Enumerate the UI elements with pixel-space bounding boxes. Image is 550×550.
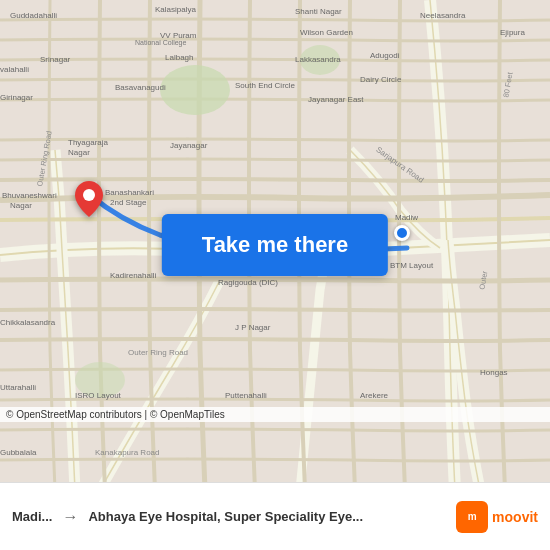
svg-text:Srinagar: Srinagar xyxy=(40,55,71,64)
svg-text:Shanti Nagar: Shanti Nagar xyxy=(295,7,342,16)
arrow-icon: → xyxy=(62,508,78,526)
svg-text:South End Circle: South End Circle xyxy=(235,81,296,90)
svg-text:Nagar: Nagar xyxy=(10,201,32,210)
svg-text:Jayanagar East: Jayanagar East xyxy=(308,95,364,104)
svg-text:Wilson Garden: Wilson Garden xyxy=(300,28,353,37)
svg-text:2nd Stage: 2nd Stage xyxy=(110,198,147,207)
svg-text:BTM Layout: BTM Layout xyxy=(390,261,434,270)
svg-text:Kadirenahalli: Kadirenahalli xyxy=(110,271,156,280)
svg-text:Hongas: Hongas xyxy=(480,368,508,377)
svg-text:Outer Ring Road: Outer Ring Road xyxy=(128,348,188,357)
svg-text:Arekere: Arekere xyxy=(360,391,389,400)
svg-text:Kalasipalya: Kalasipalya xyxy=(155,5,196,14)
destination-label: Abhaya Eye Hospital, Super Speciality Ey… xyxy=(88,509,446,524)
svg-text:Banashankari: Banashankari xyxy=(105,188,154,197)
bottom-bar: Madi... → Abhaya Eye Hospital, Super Spe… xyxy=(0,482,550,550)
svg-text:Lalbagh: Lalbagh xyxy=(165,53,193,62)
svg-text:Guddadahalli: Guddadahalli xyxy=(10,11,57,20)
svg-text:National College: National College xyxy=(135,39,186,47)
svg-text:Jayanagar: Jayanagar xyxy=(170,141,208,150)
svg-text:Adugodi: Adugodi xyxy=(370,51,400,60)
svg-text:Nagar: Nagar xyxy=(68,148,90,157)
svg-text:Basavanagudi: Basavanagudi xyxy=(115,83,166,92)
svg-text:Ejipura: Ejipura xyxy=(500,28,525,37)
svg-text:valahalli: valahalli xyxy=(0,65,29,74)
svg-text:Gubbalala: Gubbalala xyxy=(0,448,37,457)
map-container: Guddadahalli Kalasipalya Shanti Nagar Ne… xyxy=(0,0,550,490)
svg-text:Thyagaraja: Thyagaraja xyxy=(68,138,109,147)
svg-point-1 xyxy=(160,65,230,115)
svg-text:Kanakapura Road: Kanakapura Road xyxy=(95,448,160,457)
take-me-there-button[interactable]: Take me there xyxy=(162,214,388,276)
svg-text:Ragigouda (DIC): Ragigouda (DIC) xyxy=(218,278,278,287)
moovit-logo-icon: m xyxy=(456,501,488,533)
svg-text:Dairy Circle: Dairy Circle xyxy=(360,75,402,84)
svg-text:Chikkalasandra: Chikkalasandra xyxy=(0,318,56,327)
svg-text:Madiw: Madiw xyxy=(395,213,418,222)
origin-label: Madi... xyxy=(12,509,52,524)
svg-text:Girinagar: Girinagar xyxy=(0,93,33,102)
moovit-logo: m moovit xyxy=(456,501,538,533)
svg-text:Neelasandra: Neelasandra xyxy=(420,11,466,20)
svg-text:Uttarahalli: Uttarahalli xyxy=(0,383,36,392)
svg-text:ISRO Layout: ISRO Layout xyxy=(75,391,122,400)
svg-text:Bhuvaneshwari: Bhuvaneshwari xyxy=(2,191,57,200)
map-attribution: © OpenStreetMap contributors | © OpenMap… xyxy=(0,407,550,422)
origin-marker xyxy=(75,181,103,221)
svg-text:J P Nagar: J P Nagar xyxy=(235,323,271,332)
svg-text:Lakkasandra: Lakkasandra xyxy=(295,55,341,64)
svg-point-47 xyxy=(83,189,95,201)
svg-text:Puttenahalli: Puttenahalli xyxy=(225,391,267,400)
moovit-logo-text: moovit xyxy=(492,509,538,525)
